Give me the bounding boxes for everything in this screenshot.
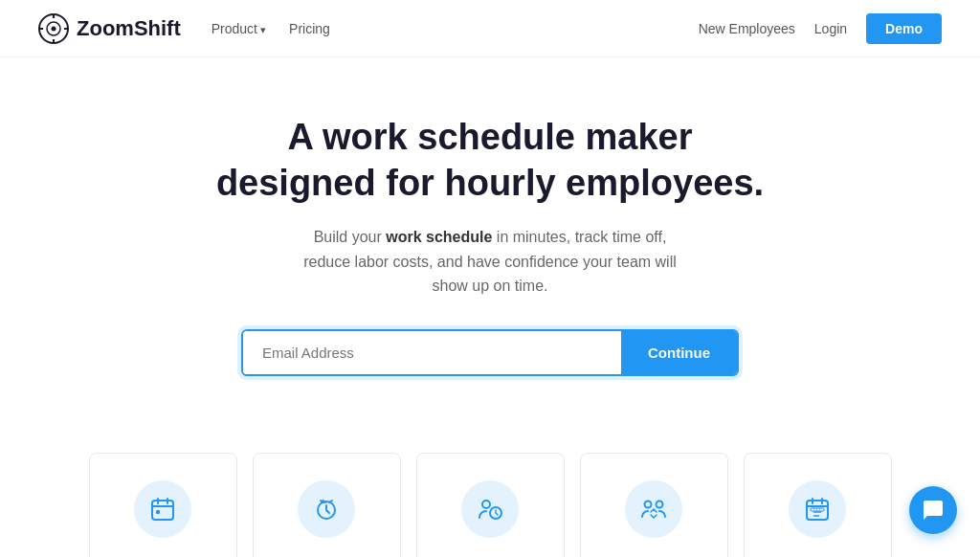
calendar-icon [149,496,176,523]
clock-check-icon [313,496,340,523]
demo-button[interactable]: Demo [866,13,942,44]
main-nav: ZoomShift Product Pricing New Employees … [0,0,980,57]
logo-text: ZoomShift [77,16,181,41]
timeoff-tracking-label: Employee Time-OffTracking [434,553,546,557]
svg-point-13 [482,501,490,508]
person-clock-icon [477,496,503,523]
svg-rect-17 [807,501,828,520]
feature-shift-planning[interactable]: ShiftPlanning [744,453,892,557]
time-tracking-label: TimeTracking [301,553,351,557]
calendar-grid-icon [804,496,831,523]
email-form: Continue [241,329,739,376]
nav-login[interactable]: Login [814,21,847,36]
scheduling-app-label: SchedulingApp [129,553,196,557]
chat-icon [922,499,945,522]
svg-rect-7 [152,501,173,520]
feature-time-tracking[interactable]: TimeTracking [253,453,401,557]
svg-rect-11 [156,510,160,514]
hero-bold: work schedule [386,229,492,245]
people-arrows-icon [640,496,667,523]
nav-pricing[interactable]: Pricing [289,21,330,36]
chat-bubble[interactable] [909,486,957,534]
nav-links: Product Pricing [212,21,330,36]
logo[interactable]: ZoomShift [38,13,181,44]
feature-scheduling-app[interactable]: SchedulingApp [89,453,237,557]
hero-title: A work schedule maker designed for hourl… [203,115,777,206]
svg-point-2 [52,26,56,31]
time-tracking-icon-wrap [298,480,355,538]
logo-icon [38,13,69,44]
scheduling-app-icon-wrap [134,480,191,538]
continue-button[interactable]: Continue [621,331,737,374]
shift-planning-icon-wrap [789,480,846,538]
nav-left: ZoomShift Product Pricing [38,13,330,44]
nav-new-employees[interactable]: New Employees [699,21,795,36]
hero-description: Build your work schedule in minutes, tra… [289,225,691,299]
timeoff-tracking-icon-wrap [461,480,519,538]
svg-point-16 [657,501,663,507]
svg-point-15 [645,501,652,507]
nav-product[interactable]: Product [212,21,266,36]
feature-shift-swapping[interactable]: ShiftSwapping [580,453,728,557]
hero-section: A work schedule maker designed for hourl… [0,57,980,414]
feature-timeoff-tracking[interactable]: Employee Time-OffTracking [416,453,565,557]
shift-swapping-label: ShiftSwapping [624,553,682,557]
email-input[interactable] [243,331,621,374]
nav-right: New Employees Login Demo [699,13,942,44]
shift-swapping-icon-wrap [625,480,682,538]
shift-planning-label: ShiftPlanning [791,553,844,557]
features-section: SchedulingApp TimeTracking Employee Time… [0,414,980,557]
